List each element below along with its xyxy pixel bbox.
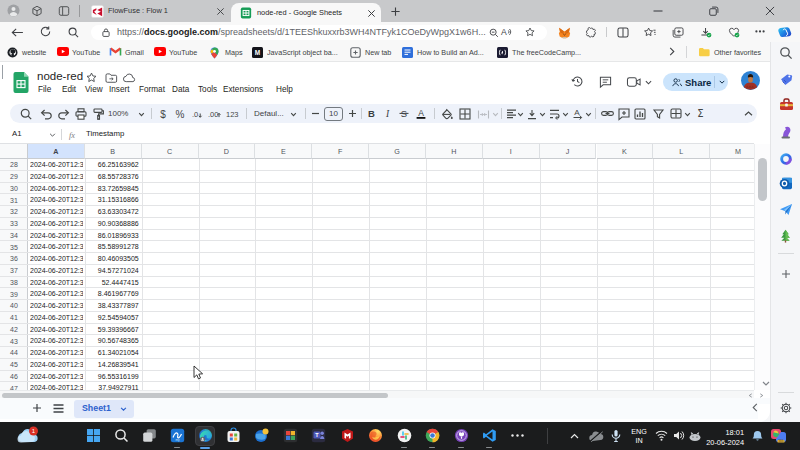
cell-b32[interactable]: 63.63303472 [87, 206, 139, 218]
bookmark-item[interactable]: New tab [365, 48, 391, 57]
meet-dropdown-icon[interactable] [645, 80, 652, 85]
italic-icon[interactable]: I [384, 108, 391, 119]
menu-data[interactable]: Data [172, 85, 189, 94]
menu-file[interactable]: File [38, 85, 51, 94]
cell-a35[interactable]: 2024-06-20T12:3 [30, 241, 83, 253]
speaker-icon[interactable] [673, 430, 685, 441]
column-header-i[interactable]: I [483, 144, 540, 159]
cell-a39[interactable]: 2024-06-20T12:3 [30, 288, 83, 300]
cell-b39[interactable]: 8.461967769 [87, 288, 139, 300]
bookmark-item[interactable]: The freeCodeCamp... [512, 48, 581, 57]
wifi-icon[interactable] [655, 430, 668, 441]
row-header-46[interactable]: 46 [0, 371, 28, 383]
tab-flowfuse[interactable]: FlowFuse : Flow 1 [85, 0, 230, 22]
other-favorites-label[interactable]: Other favorites [714, 48, 761, 57]
text-wrap-icon[interactable] [549, 109, 560, 119]
collections-icon[interactable] [672, 27, 684, 38]
bookmark-item[interactable]: JavaScript object ba... [267, 48, 338, 57]
row-header-31[interactable]: 31 [0, 194, 28, 206]
fill-color-icon[interactable] [441, 108, 453, 120]
percent-format-icon[interactable]: % [175, 108, 185, 120]
window-close-button[interactable] [765, 6, 775, 16]
taskbar-search-icon[interactable] [114, 428, 129, 443]
move-folder-icon[interactable] [105, 73, 117, 83]
column-header-e[interactable]: E [255, 144, 312, 159]
insert-chart-icon[interactable] [634, 108, 646, 120]
language-indicator[interactable]: ENGIN [628, 427, 650, 445]
cell-b43[interactable]: 90.56748365 [87, 335, 139, 347]
spreadsheet-grid[interactable]: ABCDEFGHIJKLM 282024-06-20T12:366.251639… [0, 144, 754, 397]
cell-b37[interactable]: 94.57271024 [87, 265, 139, 277]
cell-b33[interactable]: 90.90368886 [87, 218, 139, 230]
settings-more-icon[interactable] [755, 30, 765, 33]
bookmarks-overflow-icon[interactable] [668, 47, 676, 56]
cell-a32[interactable]: 2024-06-20T12:3 [30, 206, 83, 218]
cell-b28[interactable]: 66.25163962 [87, 159, 139, 171]
text-rotation-icon[interactable]: A [572, 108, 583, 119]
row-header-43[interactable]: 43 [0, 335, 28, 347]
tab-actions-icon[interactable] [58, 5, 70, 17]
taskbar-start-icon[interactable] [86, 428, 101, 443]
share-dropdown-icon[interactable] [719, 80, 725, 84]
taskbar-vscode-icon[interactable] [482, 428, 497, 443]
comment-history-icon[interactable] [599, 75, 612, 88]
increase-font-size-icon[interactable] [348, 109, 357, 118]
menu-edit[interactable]: Edit [62, 85, 76, 94]
currency-format-icon[interactable]: $ [159, 108, 167, 120]
cell-b36[interactable]: 80.46093505 [87, 253, 139, 265]
bookmark-item[interactable]: How to Build an Ad... [417, 48, 484, 57]
text-rotation-dropdown-icon[interactable] [585, 112, 592, 117]
downloads-icon[interactable] [700, 27, 712, 38]
merge-cells-icon[interactable] [477, 109, 490, 120]
cell-b31[interactable]: 31.15316866 [87, 194, 139, 206]
tab-close-icon[interactable] [216, 7, 225, 16]
row-header-30[interactable]: 30 [0, 183, 28, 195]
widgets-weather-icon[interactable]: 1 [16, 426, 40, 446]
vertical-scrollbar-thumb[interactable] [758, 158, 767, 201]
taskbar-taskview-icon[interactable] [142, 428, 157, 443]
borders-icon[interactable] [459, 108, 471, 120]
row-header-40[interactable]: 40 [0, 300, 28, 312]
cell-a36[interactable]: 2024-06-20T12:3 [30, 253, 83, 265]
formula-content[interactable]: Timestamp [86, 129, 124, 138]
notification-bell-icon[interactable] [752, 430, 763, 442]
menu-insert[interactable]: Insert [109, 85, 129, 94]
menu-format[interactable]: Format [139, 85, 165, 94]
onedrive-icon[interactable] [588, 431, 604, 442]
horizontal-align-dropdown-icon[interactable] [517, 112, 524, 117]
profile-icon[interactable] [7, 4, 20, 17]
table-icon[interactable] [670, 108, 682, 119]
sidebar-tag-icon[interactable] [779, 73, 793, 87]
row-header-38[interactable]: 38 [0, 277, 28, 289]
cell-a29[interactable]: 2024-06-20T12:3 [30, 171, 83, 183]
cell-b44[interactable]: 61.34021054 [87, 347, 139, 359]
column-header-h[interactable]: H [426, 144, 483, 159]
taskbar-ghdesk-icon[interactable] [454, 428, 469, 443]
sidebar-tree-icon[interactable] [779, 229, 792, 243]
column-header-c[interactable]: C [142, 144, 199, 159]
font-dropdown-icon[interactable] [290, 112, 297, 117]
cell-b29[interactable]: 68.55728376 [87, 171, 139, 183]
browser-essentials-icon[interactable] [728, 27, 740, 38]
cell-a41[interactable]: 2024-06-20T12:3 [30, 312, 83, 324]
document-title[interactable]: node-red [37, 70, 83, 82]
cell-a38[interactable]: 2024-06-20T12:3 [30, 277, 83, 289]
toolbar-collapse-icon[interactable] [744, 111, 753, 116]
lock-icon[interactable] [102, 28, 110, 37]
vertical-align-dropdown-icon[interactable] [539, 112, 546, 117]
version-history-icon[interactable] [571, 75, 584, 88]
split-screen-icon[interactable] [617, 27, 629, 38]
microphone-icon[interactable] [611, 429, 621, 443]
tab-close-icon[interactable] [367, 9, 376, 18]
column-header-k[interactable]: K [597, 144, 654, 159]
row-header-42[interactable]: 42 [0, 324, 28, 336]
favorite-star-icon[interactable] [525, 27, 535, 37]
sidebar-games-icon[interactable] [779, 125, 792, 139]
scroll-down-icon[interactable] [762, 381, 770, 386]
window-restore-button[interactable] [709, 6, 719, 16]
cell-a46[interactable]: 2024-06-20T12:3 [30, 371, 83, 383]
bookmark-item[interactable]: website [22, 48, 46, 57]
taskbar-myapp-icon[interactable]: my [170, 428, 185, 443]
favorites-icon[interactable] [644, 27, 656, 38]
row-header-44[interactable]: 44 [0, 347, 28, 359]
